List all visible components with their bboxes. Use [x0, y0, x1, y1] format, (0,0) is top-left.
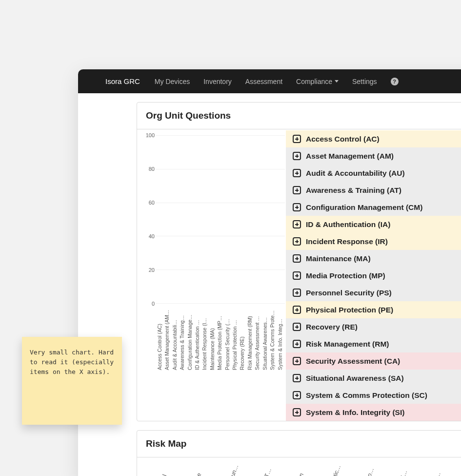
nav-inventory[interactable]: Inventory	[203, 78, 232, 85]
category-label: Audit & Accountability (AU)	[306, 169, 405, 178]
category-label: Physical Protection (PE)	[306, 306, 393, 314]
category-item[interactable]: Personnel Security (PS)	[286, 284, 461, 301]
y-tick: 80	[149, 166, 155, 172]
risk-map-panel: Risk Map …trol…age…coun……& T……tion…entic…	[137, 430, 461, 476]
risk-x-label: …te…	[430, 459, 446, 476]
risk-x-label: …trol	[157, 459, 173, 476]
brand: Isora GRC	[105, 77, 140, 85]
risk-map-x-labels: …trol…age…coun……& T……tion…entic……spo……e …	[137, 457, 461, 476]
chart: 020406080100 Access Control (AC)Asset Ma…	[137, 129, 286, 421]
x-label: ID & Authentication …	[194, 304, 201, 372]
category-item[interactable]: Configuration Management (CM)	[286, 199, 461, 216]
category-item[interactable]: Incident Response (IR)	[286, 233, 461, 250]
x-label: Personnel Security (…	[224, 304, 231, 372]
sticky-note-text: Very small chart. Hard to read it (espec…	[30, 349, 114, 375]
expand-icon	[293, 271, 301, 280]
expand-icon	[293, 357, 301, 365]
x-label: Audit & Accountabili…	[172, 304, 179, 372]
category-label: Security Assessment (CA)	[306, 357, 400, 366]
x-label: Asset Management (AM…	[164, 304, 171, 372]
expand-icon	[293, 289, 301, 297]
top-nav: Isora GRC My Devices Inventory Assessmen…	[78, 69, 461, 93]
category-item[interactable]: Maintenance (MA)	[286, 250, 461, 267]
expand-icon	[293, 220, 301, 228]
nav-compliance-label: Compliance	[296, 78, 332, 85]
y-tick: 0	[152, 301, 155, 307]
x-label: Physical Protection …	[232, 304, 239, 372]
category-item[interactable]: Asset Management (AM)	[286, 147, 461, 165]
expand-icon	[293, 169, 301, 177]
expand-icon	[293, 254, 301, 263]
expand-icon	[293, 135, 301, 143]
expand-icon	[293, 408, 301, 416]
expand-icon	[293, 306, 301, 314]
x-label: Media Protection (MP…	[217, 304, 223, 372]
x-label: Maintenance (MA)	[209, 304, 216, 372]
risk-x-label: …e (…	[396, 459, 412, 476]
app-window: Isora GRC My Devices Inventory Assessmen…	[78, 69, 461, 476]
x-label: Incident Response (I…	[201, 304, 208, 372]
category-item[interactable]: System & Comms Protection (SC)	[286, 387, 461, 404]
expand-icon	[293, 237, 301, 246]
risk-x-label: …entic…	[327, 459, 344, 476]
x-label: System & Comms Prote…	[269, 304, 276, 372]
nav-my-devices[interactable]: My Devices	[155, 78, 190, 85]
risk-x-label: …tion	[293, 459, 310, 476]
panel-title: Org Unit Questions	[137, 103, 461, 129]
category-label: Risk Management (RM)	[306, 340, 389, 349]
y-tick: 60	[149, 200, 155, 206]
category-label: Personnel Security (PS)	[306, 289, 392, 297]
category-label: System & Comms Protection (SC)	[306, 391, 427, 400]
expand-icon	[293, 374, 301, 382]
category-label: Access Control (AC)	[306, 135, 380, 144]
org-unit-panel: Org Unit Questions 020406080100 Access C…	[137, 102, 461, 421]
x-label: Security Assessment …	[254, 304, 261, 372]
category-item[interactable]: Media Protection (MP)	[286, 267, 461, 284]
category-label: Configuration Management (CM)	[306, 203, 422, 212]
help-icon[interactable]: ?	[391, 78, 399, 85]
risk-x-label: …& T…	[259, 459, 276, 476]
risk-map-title: Risk Map	[137, 431, 461, 457]
expand-icon	[293, 391, 301, 399]
category-label: ID & Authentication (IA)	[306, 220, 390, 229]
x-label: System & Info. Integ…	[277, 304, 284, 372]
category-label: System & Info. Integrity (SI)	[306, 408, 404, 417]
risk-x-label: …coun…	[225, 459, 241, 476]
expand-icon	[293, 203, 301, 211]
x-label: Configuration Manage…	[187, 304, 194, 372]
chevron-down-icon	[335, 80, 339, 83]
category-item[interactable]: System & Info. Integrity (SI)	[286, 404, 461, 421]
category-label: Recovery (RE)	[306, 323, 358, 331]
category-label: Asset Management (AM)	[306, 152, 394, 161]
category-item[interactable]: Physical Protection (PE)	[286, 301, 461, 318]
x-label: Risk Management (RM)	[247, 304, 254, 372]
nav-assessment[interactable]: Assessment	[245, 78, 282, 85]
x-label: Situational Awarenes…	[262, 304, 269, 372]
y-tick: 100	[146, 132, 155, 138]
y-tick: 20	[149, 267, 155, 273]
category-item[interactable]: Security Assessment (CA)	[286, 352, 461, 370]
category-item[interactable]: ID & Authentication (IA)	[286, 216, 461, 233]
category-item[interactable]: Access Control (AC)	[286, 130, 461, 147]
category-item[interactable]: Situational Awareness (SA)	[286, 370, 461, 387]
risk-x-label: …age	[191, 459, 207, 476]
category-item[interactable]: Awareness & Training (AT)	[286, 182, 461, 199]
category-item[interactable]: Risk Management (RM)	[286, 335, 461, 352]
sticky-note[interactable]: Very small chart. Hard to read it (espec…	[22, 337, 122, 425]
y-tick: 40	[149, 233, 155, 239]
expand-icon	[293, 323, 301, 331]
x-label: Awareness & Training…	[179, 304, 186, 372]
category-item[interactable]: Recovery (RE)	[286, 318, 461, 335]
category-label: Incident Response (IR)	[306, 237, 388, 246]
category-list: Access Control (AC)Asset Management (AM)…	[286, 129, 461, 421]
expand-icon	[293, 152, 301, 160]
nav-compliance[interactable]: Compliance	[296, 78, 339, 85]
expand-icon	[293, 186, 301, 194]
x-label: Access Control (AC)	[157, 304, 163, 372]
category-label: Media Protection (MP)	[306, 271, 385, 280]
category-label: Awareness & Training (AT)	[306, 186, 401, 195]
category-item[interactable]: Audit & Accountability (AU)	[286, 165, 461, 182]
category-label: Situational Awareness (SA)	[306, 374, 404, 383]
nav-settings[interactable]: Settings	[352, 78, 377, 85]
risk-x-label: …spo…	[361, 459, 378, 476]
